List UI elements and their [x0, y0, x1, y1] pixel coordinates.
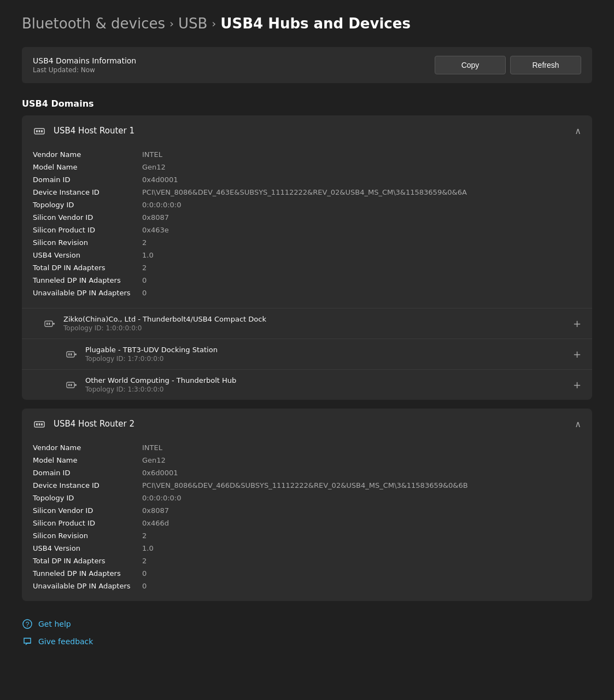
get-help-label: Get help	[38, 620, 71, 628]
detail-label: Silicon Vendor ID	[33, 213, 142, 221]
device-topology: Topology ID: 1:7:0:0:0:0	[85, 355, 218, 363]
breadcrumb-bluetooth[interactable]: Bluetooth & devices	[22, 15, 165, 32]
detail-row: USB4 Version 1.0	[33, 249, 581, 261]
info-bar-title: USB4 Domains Information	[33, 56, 136, 65]
detail-value: PCI\VEN_8086&DEV_463E&SUBSYS_11112222&RE…	[142, 188, 467, 196]
breadcrumb-current: USB4 Hubs and Devices	[220, 15, 411, 32]
router-1-device-list: Zikko(China)Co., Ltd - Thunderbolt4/USB4…	[22, 308, 592, 400]
info-bar-subtitle: Last Updated: Now	[33, 66, 136, 74]
device-sub-item-plugable[interactable]: Plugable - TBT3-UDV Docking Station Topo…	[22, 339, 592, 370]
svg-rect-9	[74, 353, 77, 355]
device-usb-icon	[44, 318, 56, 330]
detail-row: Model Name Gen12	[33, 454, 581, 466]
expand-icon[interactable]: +	[573, 379, 581, 390]
svg-text:?: ?	[26, 621, 30, 628]
detail-row: Domain ID 0x4d0001	[33, 173, 581, 186]
device-sub-item-left: Other World Computing - Thunderbolt Hub …	[66, 376, 236, 393]
detail-label: Domain ID	[33, 176, 142, 184]
detail-value: 1.0	[142, 251, 154, 259]
svg-rect-19	[41, 423, 43, 425]
router-1-header[interactable]: USB4 Host Router 1 ∧	[22, 115, 592, 146]
detail-value: 0:0:0:0:0:0	[142, 201, 182, 209]
svg-rect-1	[36, 130, 38, 132]
router-1-chevron: ∧	[575, 126, 581, 136]
detail-label: Model Name	[33, 163, 142, 171]
svg-rect-2	[39, 130, 40, 132]
detail-label: Silicon Revision	[33, 238, 142, 247]
detail-value: 0	[142, 582, 147, 590]
detail-label: Topology ID	[33, 494, 142, 502]
detail-row: Model Name Gen12	[33, 161, 581, 173]
detail-value: Gen12	[142, 163, 166, 171]
info-bar-subtitle-label: Last Updated:	[33, 66, 79, 74]
breadcrumb-usb[interactable]: USB	[178, 15, 207, 32]
expand-icon[interactable]: +	[573, 318, 581, 329]
detail-label: Total DP IN Adapters	[33, 264, 142, 272]
svg-rect-10	[68, 353, 70, 355]
copy-button[interactable]: Copy	[435, 56, 506, 74]
detail-label: Unavailable DP IN Adapters	[33, 289, 142, 297]
detail-value: 0x8087	[142, 506, 169, 515]
detail-row: Silicon Vendor ID 0x8087	[33, 211, 581, 224]
section-title: USB4 Domains	[22, 98, 592, 109]
detail-row: Total DP IN Adapters 2	[33, 261, 581, 274]
device-name: Zikko(China)Co., Ltd - Thunderbolt4/USB4…	[63, 315, 266, 323]
help-icon: ?	[22, 619, 33, 629]
expand-icon[interactable]: +	[573, 348, 581, 360]
router-2-details: Vendor Name INTEL Model Name Gen12 Domai…	[22, 439, 592, 601]
detail-value: INTEL	[142, 444, 162, 452]
give-feedback-link[interactable]: Give feedback	[22, 636, 592, 647]
detail-value: 0	[142, 276, 147, 284]
detail-row: Tunneled DP IN Adapters 0	[33, 567, 581, 580]
detail-label: Silicon Product ID	[33, 226, 142, 234]
detail-label: Vendor Name	[33, 444, 142, 452]
device-sub-item-owc[interactable]: Other World Computing - Thunderbolt Hub …	[22, 370, 592, 400]
get-help-link[interactable]: ? Get help	[22, 619, 592, 629]
detail-row: Domain ID 0x6d0001	[33, 466, 581, 479]
device-name: Other World Computing - Thunderbolt Hub	[85, 376, 236, 384]
detail-value: 0:0:0:0:0:0	[142, 494, 182, 502]
svg-rect-18	[39, 423, 40, 425]
detail-value: 2	[142, 264, 147, 272]
info-bar-text: USB4 Domains Information Last Updated: N…	[33, 56, 136, 74]
detail-value: 1.0	[142, 544, 154, 552]
device-sub-item-left: Plugable - TBT3-UDV Docking Station Topo…	[66, 346, 218, 363]
refresh-button[interactable]: Refresh	[510, 56, 581, 74]
detail-value: Gen12	[142, 456, 166, 464]
device-item-zikko[interactable]: Zikko(China)Co., Ltd - Thunderbolt4/USB4…	[22, 308, 592, 339]
device-usb-icon	[66, 348, 78, 360]
device-info: Plugable - TBT3-UDV Docking Station Topo…	[85, 346, 218, 363]
detail-value: 0x4d0001	[142, 176, 178, 184]
detail-row: Vendor Name INTEL	[33, 441, 581, 454]
router-1-header-left: USB4 Host Router 1	[33, 124, 135, 137]
detail-value: 0x6d0001	[142, 469, 178, 477]
detail-value: 0	[142, 569, 147, 578]
router-2-header[interactable]: USB4 Host Router 2 ∧	[22, 409, 592, 439]
detail-value: 0x463e	[142, 226, 169, 234]
detail-row: Silicon Revision 2	[33, 529, 581, 542]
detail-row: Silicon Vendor ID 0x8087	[33, 504, 581, 517]
router-2-header-left: USB4 Host Router 2	[33, 417, 135, 430]
detail-label: Tunneled DP IN Adapters	[33, 276, 142, 284]
detail-row: Topology ID 0:0:0:0:0:0	[33, 492, 581, 504]
detail-row: Tunneled DP IN Adapters 0	[33, 274, 581, 287]
detail-label: USB4 Version	[33, 251, 142, 259]
detail-row: Vendor Name INTEL	[33, 148, 581, 161]
device-topology: Topology ID: 1:3:0:0:0:0	[85, 386, 236, 393]
detail-row: Silicon Revision 2	[33, 236, 581, 249]
detail-value: 0x8087	[142, 213, 169, 221]
detail-label: Model Name	[33, 456, 142, 464]
svg-rect-3	[41, 130, 43, 132]
router-1-title: USB4 Host Router 1	[54, 126, 135, 136]
router-card-2: USB4 Host Router 2 ∧ Vendor Name INTEL M…	[22, 409, 592, 601]
detail-row: Topology ID 0:0:0:0:0:0	[33, 199, 581, 211]
detail-label: Silicon Revision	[33, 532, 142, 540]
detail-label: Vendor Name	[33, 150, 142, 159]
detail-row: Total DP IN Adapters 2	[33, 555, 581, 567]
device-topology: Topology ID: 1:0:0:0:0:0	[63, 324, 266, 332]
svg-rect-17	[36, 423, 38, 425]
router-2-icon	[33, 417, 46, 430]
detail-row: Silicon Product ID 0x463e	[33, 224, 581, 236]
router-1-icon	[33, 124, 46, 137]
detail-value: PCI\VEN_8086&DEV_466D&SUBSYS_11112222&RE…	[142, 481, 468, 489]
